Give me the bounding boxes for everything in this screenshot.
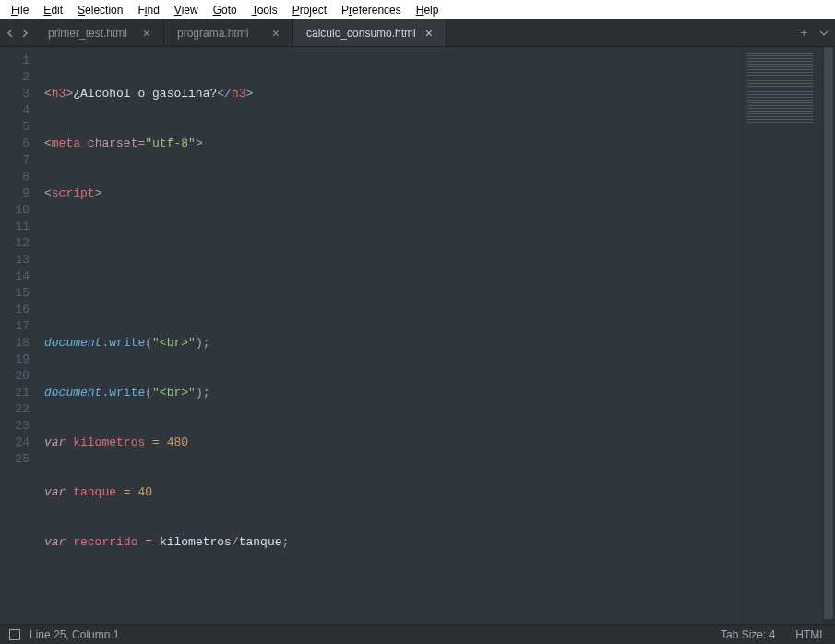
scrollbar-thumb[interactable]	[824, 47, 833, 619]
tab-primer-test[interactable]: primer_test.html ×	[35, 19, 164, 46]
editor: 1234567891011121314151617181920212223242…	[0, 47, 835, 624]
tab-menu-icon[interactable]	[817, 19, 835, 46]
new-tab-button[interactable]: +	[791, 19, 817, 46]
tab-label: calculo_consumo.html	[306, 27, 416, 40]
tab-label: primer_test.html	[48, 27, 127, 40]
vertical-scrollbar[interactable]	[822, 47, 835, 624]
panel-toggle-icon[interactable]	[9, 629, 20, 640]
tab-programa[interactable]: programa.html ×	[164, 19, 293, 46]
status-syntax[interactable]: HTML	[795, 628, 826, 641]
tab-nav	[0, 19, 35, 46]
menu-selection[interactable]: Selection	[70, 2, 130, 18]
menu-project[interactable]: Project	[285, 2, 334, 18]
status-position[interactable]: Line 25, Column 1	[30, 628, 119, 641]
close-icon[interactable]: ×	[134, 26, 150, 41]
menu-bar: File Edit Selection Find View Goto Tools…	[0, 0, 835, 19]
menu-file[interactable]: File	[4, 2, 36, 18]
minimap[interactable]	[741, 47, 822, 624]
menu-goto[interactable]: Goto	[206, 2, 245, 18]
tab-bar: primer_test.html × programa.html × calcu…	[0, 19, 835, 47]
menu-edit[interactable]: Edit	[36, 2, 70, 18]
menu-help[interactable]: Help	[409, 2, 447, 18]
tab-label: programa.html	[177, 27, 248, 40]
status-bar: Line 25, Column 1 Tab Size: 4 HTML	[0, 624, 835, 644]
status-tab-size[interactable]: Tab Size: 4	[721, 628, 775, 641]
nav-back-icon[interactable]	[6, 29, 15, 38]
close-icon[interactable]: ×	[416, 26, 433, 41]
tab-calculo-consumo[interactable]: calculo_consumo.html ×	[293, 19, 447, 46]
line-gutter: 1234567891011121314151617181920212223242…	[0, 47, 41, 624]
menu-find[interactable]: Find	[130, 2, 166, 18]
menu-tools[interactable]: Tools	[245, 2, 285, 18]
code-area[interactable]: <h3>¿Alcohol o gasolina?</h3> <meta char…	[41, 47, 741, 624]
close-icon[interactable]: ×	[263, 26, 280, 41]
menu-view[interactable]: View	[167, 2, 206, 18]
nav-forward-icon[interactable]	[20, 29, 30, 38]
menu-preferences[interactable]: Preferences	[334, 2, 409, 18]
